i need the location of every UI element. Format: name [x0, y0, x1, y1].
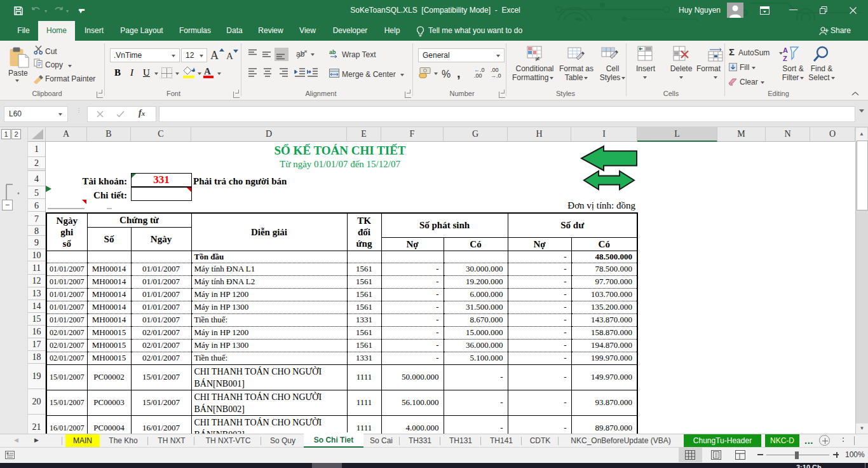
- svg-text:≠: ≠: [535, 54, 539, 62]
- svg-text:A: A: [783, 46, 788, 54]
- svg-text:Z: Z: [783, 55, 787, 62]
- svg-text:ab: ab: [329, 49, 336, 55]
- svg-text:ab: ab: [296, 50, 305, 59]
